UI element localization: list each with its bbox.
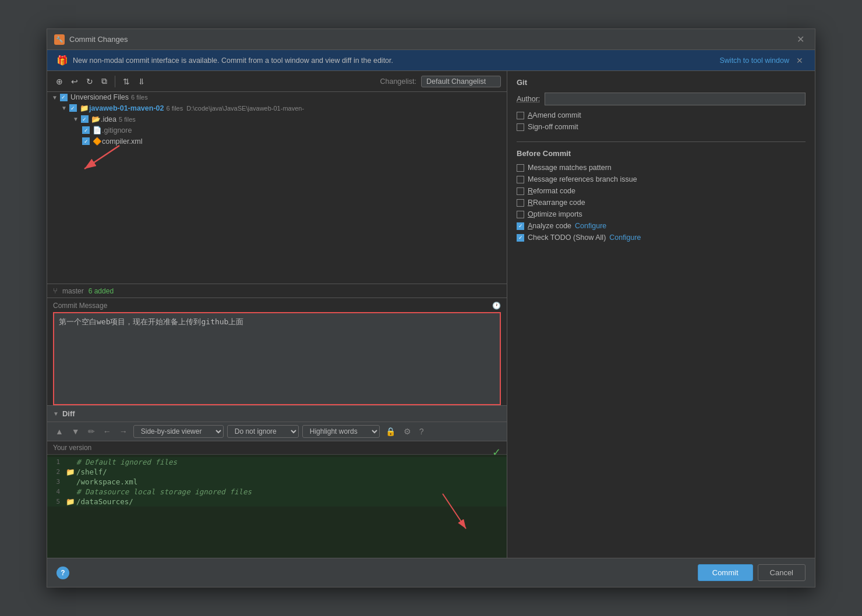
status-mini-bar: ⑂ master 6 added <box>47 284 507 298</box>
line-num-2: 2 <box>47 468 65 476</box>
diff-up-button[interactable]: ▲ <box>53 426 66 437</box>
refresh-button[interactable]: ↻ <box>83 75 96 88</box>
switch-to-tool-window-link[interactable]: Switch to tool window <box>719 56 789 65</box>
analyze-checkbox[interactable] <box>517 222 524 230</box>
maven-folder-icon: 📁 <box>80 104 89 112</box>
changelist-label: Changelist: <box>380 77 416 86</box>
sign-off-row: Sign-off commit <box>517 123 806 131</box>
compiler-xml-checkbox[interactable] <box>82 137 90 145</box>
idea-checkbox[interactable] <box>81 115 89 123</box>
diff-toggle-arrow[interactable]: ▼ <box>53 410 59 417</box>
check-todo-checkbox[interactable] <box>517 234 524 242</box>
file-item-gitignore[interactable]: 📄 .gitignore <box>47 125 507 136</box>
diff-edit-button[interactable]: ✏ <box>86 426 97 437</box>
line-icon-5: 📁 <box>65 497 76 506</box>
amend-commit-row: AAmend commit <box>517 111 806 119</box>
diff-section-header: ▼ Diff <box>47 405 507 422</box>
branch-name: master <box>62 287 84 295</box>
unversioned-label: Unversioned Files <box>70 93 129 101</box>
collapse-all-button[interactable]: ⊕ <box>53 75 66 88</box>
toolbar-separator <box>115 76 115 87</box>
diff-content-area: Your version 1 # Default ignored files 2… <box>47 441 507 558</box>
reformat-label: Reformat code <box>528 187 575 195</box>
sort-button[interactable]: ⇅ <box>120 75 133 88</box>
banner-text: New non-modal commit interface is availa… <box>73 56 715 65</box>
line-text-5: /dataSources/ <box>76 497 507 506</box>
msg-branch-checkbox[interactable] <box>517 176 524 183</box>
compiler-xml-icon: 🔶 <box>93 137 102 146</box>
diff-checkmark: ✓ <box>492 446 501 459</box>
diff-button[interactable]: ⧉ <box>98 75 110 88</box>
diff-left-button[interactable]: ← <box>101 426 114 437</box>
gift-icon: 🎁 <box>56 55 68 66</box>
unversioned-count: 6 files <box>131 94 148 101</box>
undo-button[interactable]: ↩ <box>68 75 81 88</box>
amend-commit-checkbox[interactable] <box>517 112 524 119</box>
author-row: Author: <box>517 93 806 105</box>
idea-file-count: 5 files <box>119 116 136 123</box>
diff-settings-button[interactable]: ⚙ <box>401 426 414 437</box>
todo-configure-link[interactable]: Configure <box>609 233 641 242</box>
cancel-button[interactable]: Cancel <box>758 564 806 581</box>
optimize-row: Optimize imports <box>517 210 806 218</box>
rearrange-row: RRearrange code <box>517 199 806 207</box>
maven-folder-name: javaweb-01-maven-02 <box>89 104 164 112</box>
diff-right-button[interactable]: → <box>117 426 130 437</box>
git-section-title: Git <box>517 78 806 87</box>
msg-branch-row: Message references branch issue <box>517 175 806 183</box>
files-toolbar: ⊕ ↩ ↻ ⧉ ⇅ ⥥ Changelist: Default Changeli… <box>47 71 507 92</box>
check-todo-row: Check TODO (Show All) Configure <box>517 233 806 242</box>
msg-pattern-checkbox[interactable] <box>517 164 524 172</box>
diff-viewer-dropdown[interactable]: Side-by-side viewer <box>133 425 224 438</box>
optimize-label: Optimize imports <box>528 210 582 218</box>
diff-toolbar: ▲ ▼ ✏ ← → Side-by-side viewer Do not ign… <box>47 422 507 441</box>
bottom-bar: ? Commit Cancel <box>47 558 815 587</box>
file-item-idea[interactable]: ▼ 📂 .idea 5 files <box>47 114 507 125</box>
history-icon[interactable]: 🕐 <box>492 302 501 310</box>
diff-highlight-dropdown[interactable]: Highlight words <box>302 425 380 438</box>
author-input[interactable] <box>545 93 806 105</box>
close-button[interactable]: ✕ <box>793 33 808 46</box>
rearrange-checkbox[interactable] <box>517 199 524 207</box>
diff-section-label: Diff <box>62 409 75 418</box>
changelist-dropdown[interactable]: Default Changelist <box>421 76 501 87</box>
diff-down-button[interactable]: ▼ <box>69 426 82 437</box>
commit-button[interactable]: Commit <box>698 564 753 581</box>
analyze-row: Analyze code Configure <box>517 222 806 230</box>
file-item-maven[interactable]: ▼ 📁 javaweb-01-maven-02 6 files D:\code\… <box>47 102 507 114</box>
filter-button[interactable]: ⥥ <box>135 75 148 88</box>
analyze-configure-link[interactable]: Configure <box>575 222 606 230</box>
maven-checkbox[interactable] <box>69 104 77 112</box>
diff-help-button[interactable]: ? <box>417 426 426 437</box>
line-text-3: /workspace.xml <box>76 477 507 486</box>
file-item-compiler-xml[interactable]: 🔶 compiler.xml <box>47 136 507 147</box>
diff-lock-button[interactable]: 🔒 <box>383 426 398 437</box>
unversioned-checkbox[interactable] <box>60 94 68 101</box>
commit-message-input[interactable]: 第一个空白web项目，现在开始准备上传到github上面 <box>53 312 501 405</box>
line-text-4: # Datasource local storage ignored files <box>76 487 507 496</box>
msg-pattern-row: Message matches pattern <box>517 164 806 172</box>
banner-close-button[interactable]: ✕ <box>794 56 806 65</box>
line-num-5: 5 <box>47 498 65 505</box>
reformat-checkbox[interactable] <box>517 187 524 195</box>
analyze-label: Analyze code <box>528 222 571 230</box>
gitignore-checkbox[interactable] <box>82 126 90 134</box>
diff-version-label: Your version <box>47 441 507 455</box>
check-todo-label: Check TODO (Show All) <box>528 233 606 242</box>
expand-arrow: ▼ <box>52 94 58 101</box>
msg-branch-label: Message references branch issue <box>528 175 637 183</box>
rearrange-label: RRearrange code <box>528 199 585 207</box>
section-divider-1 <box>517 141 806 142</box>
line-icon-2: 📁 <box>65 468 76 476</box>
line-num-1: 1 <box>47 458 65 466</box>
help-button[interactable]: ? <box>56 567 69 579</box>
optimize-checkbox[interactable] <box>517 211 524 218</box>
line-num-4: 4 <box>47 488 65 495</box>
added-badge: 6 added <box>89 287 114 295</box>
reformat-row: Reformat code <box>517 187 806 195</box>
compiler-xml-name: compiler.xml <box>102 137 142 146</box>
idea-folder-name: .idea <box>101 115 116 123</box>
file-group-unversioned[interactable]: ▼ Unversioned Files 6 files <box>47 92 507 102</box>
sign-off-checkbox[interactable] <box>517 123 524 131</box>
diff-ignore-dropdown[interactable]: Do not ignore <box>227 425 299 438</box>
